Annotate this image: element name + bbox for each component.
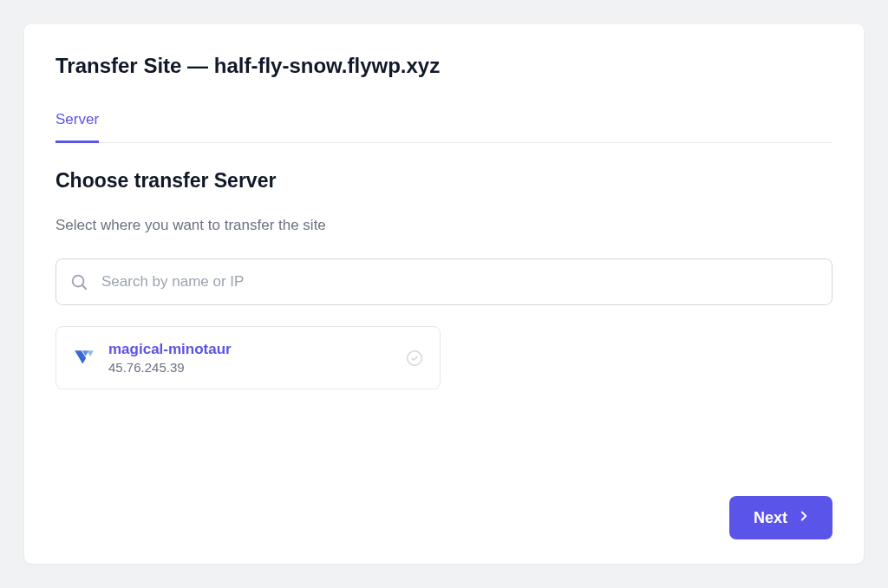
search-input[interactable] <box>56 258 832 305</box>
check-circle-icon <box>405 349 424 368</box>
server-card[interactable]: magical-minotaur 45.76.245.39 <box>56 326 441 389</box>
tabs: Server <box>56 111 832 143</box>
footer: Next <box>56 496 832 539</box>
server-info: magical-minotaur 45.76.245.39 <box>108 341 405 375</box>
transfer-site-card: Transfer Site — half-fly-snow.flywp.xyz … <box>24 24 864 564</box>
section-title: Choose transfer Server <box>56 169 832 193</box>
search-wrap <box>56 258 832 305</box>
next-button-label: Next <box>754 509 787 527</box>
tab-server[interactable]: Server <box>56 111 99 143</box>
section-subtitle: Select where you want to transfer the si… <box>56 217 832 234</box>
page-title: Transfer Site — half-fly-snow.flywp.xyz <box>56 54 832 78</box>
server-ip: 45.76.245.39 <box>108 360 405 375</box>
search-icon <box>69 272 88 291</box>
svg-line-1 <box>82 285 86 289</box>
server-name: magical-minotaur <box>108 341 405 358</box>
chevron-right-icon <box>796 508 812 528</box>
vultr-icon <box>72 346 96 370</box>
svg-point-2 <box>408 350 422 365</box>
next-button[interactable]: Next <box>729 496 832 539</box>
svg-point-0 <box>73 276 84 287</box>
